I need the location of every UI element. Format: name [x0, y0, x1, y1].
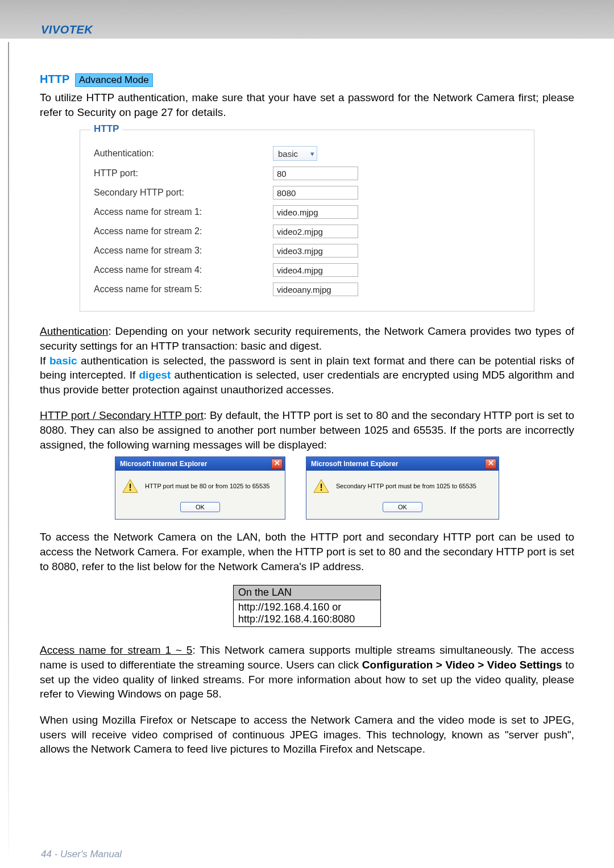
- auth-paragraph: Authentication: Depending on your networ…: [40, 324, 574, 397]
- close-icon[interactable]: ✕: [485, 459, 496, 469]
- select-value: basic: [278, 149, 298, 159]
- auth-text-1: : Depending on your network security req…: [40, 325, 574, 352]
- row-stream-5: Access name for stream 5:: [94, 283, 520, 296]
- row-stream-3: Access name for stream 3:: [94, 244, 520, 258]
- dialog-row: Microsoft Internet Explorer ✕ ! HTTP por…: [40, 456, 574, 520]
- port-underline: HTTP port / Secondary HTTP port: [40, 409, 204, 421]
- input-http-port[interactable]: [273, 167, 358, 180]
- dialog-message: Secondary HTTP port must be from 1025 to…: [336, 483, 476, 489]
- left-rule: [8, 42, 9, 868]
- label-stream-2: Access name for stream 2:: [94, 226, 273, 236]
- row-http-port: HTTP port:: [94, 167, 520, 180]
- svg-text:!: !: [320, 483, 322, 492]
- page-footer: 44 - User's Manual: [41, 849, 122, 860]
- ok-button[interactable]: OK: [180, 502, 220, 512]
- dialog-secondary-port: Microsoft Internet Explorer ✕ ! Secondar…: [306, 456, 499, 520]
- input-stream-3[interactable]: [273, 244, 358, 258]
- input-stream-2[interactable]: [273, 225, 358, 238]
- http-fieldset: HTTP Authentication: basic ▾ HTTP port: …: [80, 130, 534, 312]
- row-stream-1: Access name for stream 1:: [94, 205, 520, 219]
- dialog-title: Microsoft Internet Explorer: [120, 460, 207, 468]
- ok-button[interactable]: OK: [383, 502, 422, 512]
- lan-header: On the LAN: [234, 585, 380, 600]
- select-authentication[interactable]: basic ▾: [273, 146, 317, 161]
- intro-paragraph: To utilize HTTP authentication, make sur…: [40, 90, 574, 119]
- digest-keyword: digest: [139, 369, 171, 381]
- input-stream-1[interactable]: [273, 205, 358, 219]
- row-secondary-http-port: Secondary HTTP port:: [94, 186, 520, 200]
- lan-cell: http://192.168.4.160 or http://192.168.4…: [234, 600, 380, 626]
- config-path: Configuration > Video > Video Settings: [362, 659, 562, 671]
- lan-line-2: http://192.168.4.160:8080: [238, 613, 355, 625]
- label-stream-4: Access name for stream 4:: [94, 265, 273, 275]
- page-content: HTTP Advanced Mode To utilize HTTP authe…: [0, 39, 614, 757]
- row-stream-4: Access name for stream 4:: [94, 263, 520, 277]
- auth-underline: Authentication: [40, 325, 108, 337]
- basic-keyword: basic: [49, 355, 77, 367]
- access-paragraph: Access name for stream 1 ~ 5: This Netwo…: [40, 643, 574, 701]
- dialog-body: ! HTTP port must be 80 or from 1025 to 6…: [115, 471, 285, 499]
- section-title: HTTP Advanced Mode: [40, 73, 574, 87]
- label-stream-5: Access name for stream 5:: [94, 284, 273, 294]
- warning-icon: !: [122, 479, 138, 493]
- dialog-message: HTTP port must be 80 or from 1025 to 655…: [145, 483, 269, 489]
- row-stream-2: Access name for stream 2:: [94, 225, 520, 238]
- auth-text-2a: If: [40, 355, 49, 367]
- label-authentication: Authentication:: [94, 148, 273, 159]
- dialog-footer: OK: [115, 499, 285, 519]
- dialog-body: ! Secondary HTTP port must be from 1025 …: [306, 471, 499, 499]
- dialog-http-port: Microsoft Internet Explorer ✕ ! HTTP por…: [115, 456, 285, 520]
- input-stream-4[interactable]: [273, 263, 358, 277]
- lan-paragraph: To access the Network Camera on the LAN,…: [40, 530, 574, 574]
- label-stream-1: Access name for stream 1:: [94, 207, 273, 217]
- lan-line-1: http://192.168.4.160 or: [238, 601, 341, 613]
- access-underline: Access name for stream 1 ~ 5: [40, 644, 192, 656]
- input-stream-5[interactable]: [273, 283, 358, 296]
- http-legend: HTTP: [90, 123, 122, 135]
- http-heading: HTTP: [40, 73, 69, 85]
- input-secondary-http-port[interactable]: [273, 186, 358, 200]
- dialog-titlebar: Microsoft Internet Explorer ✕: [306, 457, 499, 471]
- svg-text:!: !: [128, 483, 131, 492]
- advanced-mode-badge: Advanced Mode: [75, 73, 153, 87]
- row-authentication: Authentication: basic ▾: [94, 146, 520, 161]
- label-secondary-http-port: Secondary HTTP port:: [94, 188, 273, 198]
- brand-label: VIVOTEK: [41, 23, 93, 36]
- dialog-footer: OK: [306, 499, 499, 519]
- label-stream-3: Access name for stream 3:: [94, 246, 273, 256]
- chevron-down-icon: ▾: [310, 149, 314, 158]
- lan-table: On the LAN http://192.168.4.160 or http:…: [233, 585, 381, 627]
- page-header: VIVOTEK: [0, 0, 614, 39]
- label-http-port: HTTP port:: [94, 168, 273, 178]
- firefox-paragraph: When using Mozilla Firefox or Netscape t…: [40, 713, 574, 757]
- port-paragraph: HTTP port / Secondary HTTP port: By defa…: [40, 408, 574, 452]
- close-icon[interactable]: ✕: [271, 459, 283, 469]
- dialog-titlebar: Microsoft Internet Explorer ✕: [115, 457, 285, 471]
- warning-icon: !: [313, 479, 329, 493]
- dialog-title: Microsoft Internet Explorer: [311, 460, 398, 468]
